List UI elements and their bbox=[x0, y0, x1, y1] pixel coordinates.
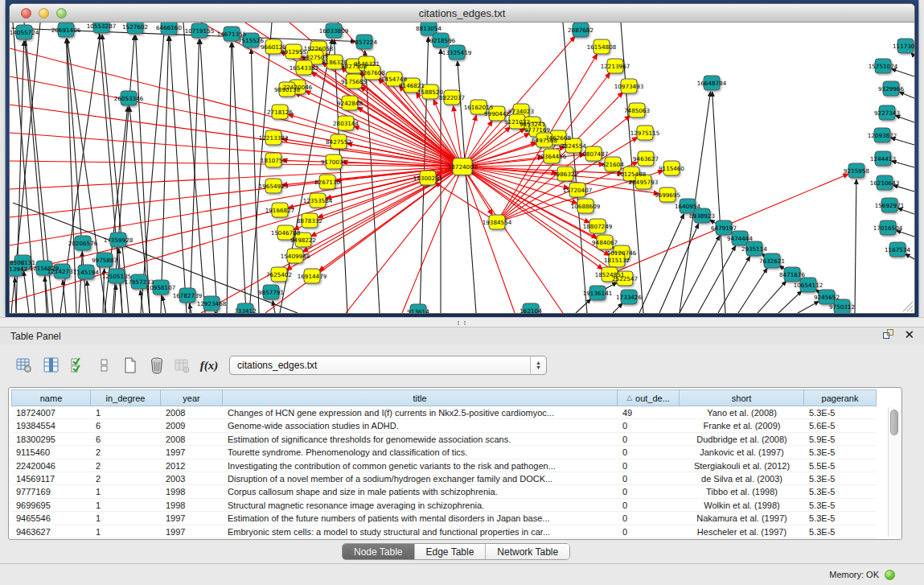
table-cell[interactable]: Estimation of significance thresholds fo… bbox=[223, 433, 618, 445]
table-cell[interactable]: 0 bbox=[618, 472, 680, 484]
network-view[interactable]: 1405572420691406105532871527602646616010… bbox=[10, 23, 914, 313]
table-row[interactable]: 969969511998Structural magnetic resonanc… bbox=[11, 499, 877, 512]
table-cell[interactable]: Tourette syndrome. Phenomenology and cla… bbox=[223, 446, 618, 458]
table-cell[interactable]: 18300295 bbox=[11, 433, 91, 445]
table-cell[interactable]: Tibbo et al. (1998) bbox=[680, 485, 804, 497]
table-cell[interactable]: 2 bbox=[91, 459, 161, 472]
row-select-icon[interactable] bbox=[68, 356, 88, 375]
table-select-dropdown[interactable]: citations_edges.txt ▲▼ bbox=[229, 356, 547, 375]
table-cell[interactable]: Disruption of a novel member of a sodium… bbox=[223, 472, 618, 484]
float-panel-icon[interactable] bbox=[883, 329, 894, 340]
table-cell[interactable]: Nakamura et al. (1997) bbox=[680, 512, 804, 524]
splitter-grip-icon[interactable] bbox=[458, 321, 466, 325]
table-cell[interactable]: 1998 bbox=[161, 485, 223, 497]
table-cell[interactable]: Estimation of the future numbers of pati… bbox=[223, 512, 618, 524]
table-cell[interactable]: 5.3E-5 bbox=[804, 512, 877, 524]
network-edge[interactable] bbox=[215, 311, 216, 313]
table-cell[interactable]: Jankovic et al. (1997) bbox=[680, 446, 804, 458]
cells-icon[interactable] bbox=[95, 356, 114, 375]
table-cell[interactable]: 1997 bbox=[161, 446, 223, 458]
table-cell[interactable]: 1 bbox=[91, 485, 161, 497]
table-row[interactable]: 946362711997Embryonic stem cells: a mode… bbox=[11, 525, 877, 538]
table-cell[interactable]: Genome-wide association studies in ADHD. bbox=[223, 419, 618, 431]
table-cell[interactable]: 2003 bbox=[161, 472, 223, 484]
column-header-in_degree[interactable]: in_degree bbox=[91, 389, 161, 406]
scrollbar-thumb[interactable] bbox=[890, 410, 898, 435]
table-row[interactable]: 946554611997Estimation of the future num… bbox=[11, 512, 877, 525]
table-cell[interactable]: 19384554 bbox=[11, 419, 91, 431]
table-row[interactable]: 2242004622012Investigating the contribut… bbox=[11, 459, 877, 472]
table-cell[interactable]: Wolkin et al. (1998) bbox=[680, 499, 804, 511]
table-cell[interactable]: 0 bbox=[618, 433, 680, 445]
table-cell[interactable]: Structural magnetic resonance image aver… bbox=[223, 499, 618, 511]
table-cell[interactable]: 2009 bbox=[161, 419, 223, 431]
table-cell[interactable]: 9465546 bbox=[11, 512, 91, 524]
table-scrollbar[interactable] bbox=[888, 407, 900, 537]
table-row[interactable]: 1830029562008Estimation of significance … bbox=[11, 433, 877, 446]
tab-edge-table[interactable]: Edge Table bbox=[414, 544, 486, 559]
table-cell[interactable]: 6 bbox=[91, 419, 161, 431]
table-settings-icon[interactable] bbox=[14, 356, 34, 375]
table-cell[interactable]: 9699695 bbox=[11, 499, 91, 511]
table-row[interactable]: 911546021997Tourette syndrome. Phenomeno… bbox=[11, 446, 877, 459]
table-cell[interactable]: 18724007 bbox=[11, 406, 91, 418]
column-header-year[interactable]: year bbox=[161, 389, 223, 406]
table-cell[interactable]: 14569117 bbox=[11, 472, 91, 484]
table-cell[interactable]: 0 bbox=[618, 419, 680, 431]
table-cell[interactable]: Embryonic stem cells: a model to study s… bbox=[223, 525, 618, 538]
table-cell[interactable]: 0 bbox=[618, 525, 680, 538]
table-cell[interactable]: 2008 bbox=[161, 433, 223, 445]
table-cell[interactable]: 0 bbox=[618, 485, 680, 497]
tab-node-table[interactable]: Node Table bbox=[343, 544, 414, 559]
table-cell[interactable]: Investigating the contribution of common… bbox=[223, 459, 618, 472]
table-cell[interactable]: 0 bbox=[618, 459, 680, 472]
table-cell[interactable]: 5.9E-5 bbox=[804, 433, 877, 445]
table-cell[interactable]: Stergiakouli et al. (2012) bbox=[680, 459, 804, 472]
column-select-icon[interactable] bbox=[42, 356, 61, 375]
close-panel-icon[interactable]: ✕ bbox=[904, 329, 914, 340]
table-cell[interactable]: 1 bbox=[91, 406, 161, 418]
column-header-title[interactable]: title bbox=[223, 389, 618, 406]
dropdown-stepper-icon[interactable]: ▲▼ bbox=[530, 356, 546, 374]
table-cell[interactable]: 0 bbox=[618, 512, 680, 524]
table-cell[interactable]: 1 bbox=[91, 525, 161, 538]
function-builder-icon[interactable]: f(x) bbox=[199, 356, 219, 375]
table-cell[interactable]: 1997 bbox=[161, 525, 223, 538]
table-cell[interactable]: 1 bbox=[91, 512, 161, 524]
table-cell[interactable]: 5.3E-5 bbox=[804, 472, 877, 484]
table-cell[interactable]: 5.6E-5 bbox=[804, 419, 877, 431]
table-cell[interactable]: 9777169 bbox=[11, 485, 91, 497]
table-cell[interactable]: Hescheler et al. (1997) bbox=[680, 525, 804, 538]
column-header-short[interactable]: short bbox=[680, 389, 804, 406]
table-cell[interactable]: de Silva et al. (2003) bbox=[680, 472, 804, 484]
column-header-pagerank[interactable]: pagerank bbox=[804, 389, 877, 406]
table-row[interactable]: 1456911722003Disruption of a novel membe… bbox=[11, 472, 877, 485]
table-cell[interactable]: 6 bbox=[91, 433, 161, 445]
table-cell[interactable]: 2008 bbox=[161, 406, 223, 418]
table-cell[interactable]: 9463627 bbox=[11, 525, 91, 538]
table-cell[interactable]: 9115460 bbox=[11, 446, 91, 458]
table-cell[interactable]: 5.3E-5 bbox=[804, 499, 877, 511]
new-table-icon[interactable] bbox=[121, 356, 140, 375]
table-cell[interactable]: 1998 bbox=[161, 499, 223, 511]
table-cell[interactable]: 49 bbox=[618, 406, 680, 418]
table-cell[interactable]: Yano et al. (2008) bbox=[680, 406, 804, 418]
table-cell[interactable]: 2 bbox=[91, 446, 161, 458]
table-cell[interactable]: 1997 bbox=[161, 512, 223, 524]
table-cell[interactable]: 22420046 bbox=[11, 459, 91, 472]
tab-network-table[interactable]: Network Table bbox=[485, 544, 569, 559]
table-cell[interactable]: Corpus callosum shape and size in male p… bbox=[223, 485, 618, 497]
table-cell[interactable]: 5.3E-5 bbox=[804, 485, 877, 497]
table-cell[interactable]: 0 bbox=[618, 499, 680, 511]
table-row[interactable]: 1938455462009Genome-wide association stu… bbox=[11, 419, 877, 432]
delete-table-icon[interactable] bbox=[147, 356, 166, 375]
table-cell[interactable]: Dudbridge et al. (2008) bbox=[680, 433, 804, 445]
table-cell[interactable]: 5.5E-5 bbox=[804, 459, 877, 472]
table-cell[interactable]: Changes of HCN gene expression and I(f) … bbox=[223, 406, 618, 418]
table-cell[interactable]: 5.3E-5 bbox=[804, 446, 877, 458]
network-window-titlebar[interactable]: citations_edges.txt bbox=[10, 4, 914, 23]
column-header-name[interactable]: name bbox=[11, 389, 91, 406]
panel-splitter[interactable] bbox=[0, 317, 924, 328]
table-cell[interactable]: 5.3E-5 bbox=[804, 406, 877, 418]
table-cell[interactable]: 2012 bbox=[161, 459, 223, 472]
